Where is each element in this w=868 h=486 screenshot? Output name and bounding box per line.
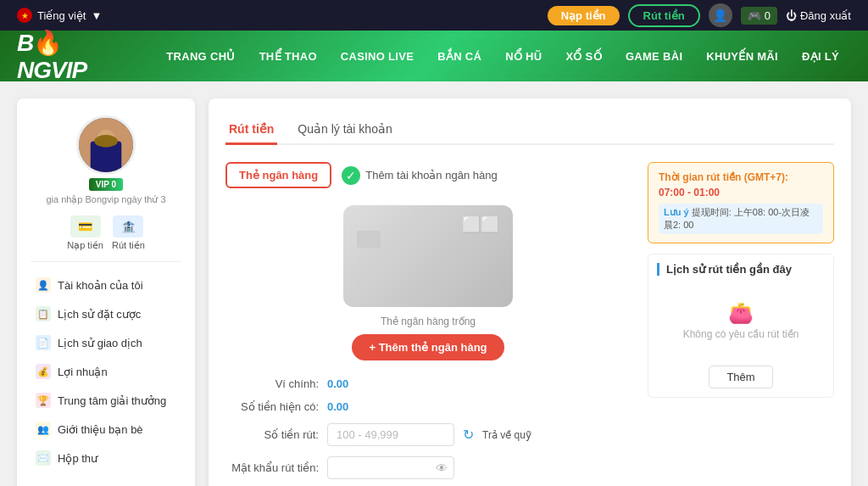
mail-icon: ✉️ (36, 450, 51, 466)
bank-card-button[interactable]: Thẻ ngân hàng (225, 162, 331, 188)
nav-item-xoso[interactable]: XỔ SỐ (554, 50, 613, 63)
rut-input-wrap (327, 423, 454, 446)
add-more-button[interactable]: Thêm (709, 366, 772, 388)
vi-chinh-label: Ví chính: (225, 377, 319, 390)
main-content: VIP 0 gia nhập Bongvip ngày thứ 3 💳 Nạp … (0, 81, 868, 486)
rut-tien-action[interactable]: 🏦 Rút tiền (112, 215, 145, 251)
cart-area[interactable]: 🎮 0 (741, 7, 777, 25)
rut-row: Số tiền rút: ↻ Trả về quỹ (225, 423, 631, 446)
eye-icon[interactable]: 👁 (436, 461, 448, 475)
avatar (76, 115, 136, 175)
logout-button[interactable]: ⏻ Đăng xuất (786, 9, 851, 22)
vip-badge: VIP 0 (89, 178, 123, 191)
card-chip (357, 231, 381, 248)
bank-options: Thẻ ngân hàng ✓ Thêm tài khoản ngân hàng (225, 162, 631, 188)
left-panel: VIP 0 gia nhập Bongvip ngày thứ 3 💳 Nạp … (17, 98, 195, 486)
menu-item-profit[interactable]: 💰 Lợi nhuận (31, 357, 181, 386)
transfer-text: Trả về quỹ (482, 429, 531, 441)
nav-item-gamebai[interactable]: GAME BÀI (614, 50, 694, 63)
tabs: Rút tiền Quản lý tài khoản (225, 115, 834, 145)
user-join-text: gia nhập Bongvip ngày thứ 3 (46, 194, 165, 205)
menu-item-support[interactable]: 🏆 Trung tâm giải thưởng (31, 386, 181, 415)
nav-item-daily[interactable]: ĐẠI LÝ (790, 50, 851, 63)
nav-item-thethao[interactable]: THỂ THAO (248, 50, 329, 63)
add-bank[interactable]: ✓ Thêm tài khoản ngân hàng (342, 166, 497, 185)
matkhau-input-wrap: 👁 (327, 456, 454, 479)
left-menu: 👤 Tài khoản của tôi 📋 Lịch sử đặt cược 📄… (31, 271, 181, 472)
time-box: Thời gian rút tiền (GMT+7): 07:00 - 01:0… (648, 162, 834, 243)
card-empty-text: Thẻ ngân hàng trống (225, 316, 631, 327)
naptien-button[interactable]: Nạp tiền (548, 6, 620, 25)
nav-item-khuyenmai[interactable]: KHUYẾN MÃI (694, 50, 790, 63)
nav-items: TRANG CHỦ THỂ THAO CASINO LIVE BẮN CÁ NỔ… (154, 50, 851, 63)
profit-icon: 💰 (36, 364, 51, 379)
nav-item-trangchu[interactable]: TRANG CHỦ (154, 50, 247, 63)
nap-tien-action[interactable]: 💳 Nạp tiền (67, 215, 103, 251)
menu-item-account[interactable]: 👤 Tài khoản của tôi (31, 271, 181, 299)
nav-item-nohu[interactable]: NỔ HŨ (493, 50, 554, 63)
menu-item-transaction[interactable]: 📄 Lịch sử giao dịch (31, 328, 181, 357)
menu-profit-label: Lợi nhuận (58, 366, 108, 378)
language-label: Tiếng việt (37, 9, 86, 22)
menu-refer-label: Giới thiệu bạn bè (58, 423, 143, 436)
history-section: Lịch sử rút tiền gần đây 👛 Không có yêu … (648, 254, 834, 398)
card-logo: ⬜⬜ (462, 215, 499, 234)
account-icon: 👤 (36, 277, 51, 293)
support-icon: 🏆 (36, 393, 51, 408)
vi-chinh-value: 0.00 (327, 377, 348, 390)
rut-tien-icon: 🏦 (113, 215, 143, 237)
info-section: Thời gian rút tiền (GMT+7): 07:00 - 01:0… (648, 162, 834, 486)
nav-item-casinolive[interactable]: CASINO LIVE (329, 50, 426, 63)
language-arrow: ▼ (91, 9, 102, 22)
menu-item-refer[interactable]: 👥 Giới thiệu bạn bè (31, 415, 181, 444)
vi-chinh-row: Ví chính: 0.00 (225, 377, 631, 390)
tab-quanlytaikhoan[interactable]: Quản lý tài khoản (294, 115, 395, 145)
add-bank-text: Thêm tài khoản ngân hàng (365, 169, 497, 182)
history-empty-text: Không có yêu cầu rút tiền (665, 328, 816, 340)
menu-item-bethistory[interactable]: 📋 Lịch sử đặt cược (31, 299, 181, 328)
logout-label: Đăng xuất (800, 9, 851, 22)
menu-support-label: Trung tâm giải thưởng (58, 394, 166, 407)
divider (31, 261, 181, 262)
add-bank-icon: ✓ (342, 166, 360, 185)
menu-item-mail[interactable]: ✉️ Hộp thư (31, 444, 181, 472)
refer-icon: 👥 (36, 422, 51, 437)
card-visual: ⬜⬜ (343, 205, 513, 307)
menu-mail-label: Hộp thư (58, 452, 97, 465)
transfer-button[interactable]: ↻ (463, 427, 474, 443)
form-section: Thẻ ngân hàng ✓ Thêm tài khoản ngân hàng… (225, 162, 631, 486)
right-panel: Rút tiền Quản lý tài khoản Thẻ ngân hàng… (209, 98, 851, 486)
matkhau-label: Mật khẩu rút tiền: (225, 461, 319, 474)
history-empty: 👛 Không có yêu cầu rút tiền (657, 284, 825, 357)
menu-account-label: Tài khoản của tôi (58, 279, 143, 292)
add-card-button[interactable]: + Thêm thẻ ngân hàng (352, 334, 504, 360)
note-label: Lưu ý (664, 207, 689, 217)
avatar-image (79, 115, 133, 175)
nav-item-banca[interactable]: BẮN CÁ (426, 50, 493, 63)
logout-icon: ⏻ (786, 9, 797, 22)
menu-transaction-label: Lịch sử giao dịch (58, 337, 142, 349)
rut-input[interactable] (327, 423, 454, 446)
cart-icon: 🎮 (748, 9, 761, 22)
history-empty-icon: 👛 (665, 301, 816, 325)
history-title: Lịch sử rút tiền gần đây (657, 263, 825, 276)
nap-tien-label: Nạp tiền (67, 240, 103, 251)
language-selector[interactable]: ★ Tiếng việt ▼ (17, 8, 102, 23)
rut-label: Số tiền rút: (225, 428, 319, 441)
sotien-value: 0.00 (327, 400, 348, 413)
time-title: Thời gian rút tiền (GMT+7): (659, 171, 823, 183)
svg-point-6 (94, 135, 117, 148)
user-icon[interactable]: 👤 (709, 3, 732, 27)
time-title-label: Thời gian rút tiền (659, 171, 741, 183)
tab-ruttien[interactable]: Rút tiền (225, 115, 277, 145)
logo[interactable]: B🔥NGVIP (17, 29, 129, 84)
time-timezone: (GMT+7): (744, 171, 788, 183)
user-actions: 💳 Nạp tiền 🏦 Rút tiền (31, 215, 181, 251)
transfer-icon: ↻ (463, 427, 474, 442)
bethistory-icon: 📋 (36, 306, 51, 321)
flag-icon: ★ (17, 8, 32, 23)
cart-count: 0 (765, 9, 771, 22)
ruttien-button[interactable]: Rút tiền (628, 4, 700, 27)
sotien-label: Số tiền hiện có: (225, 400, 319, 413)
note-box: Lưu ý 提现时间: 上午08: 00-次日凌晨2: 00 (659, 204, 823, 234)
